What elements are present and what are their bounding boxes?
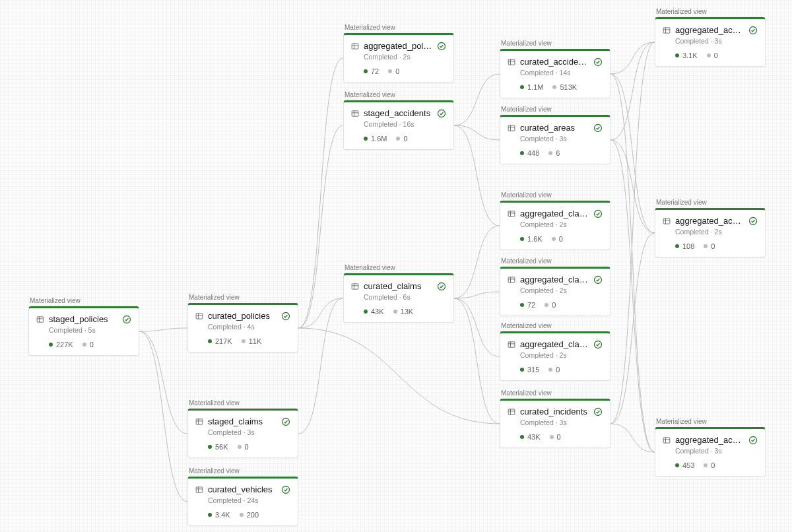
node-staged_policies[interactable]: Materialized viewstaged_policiesComplete…: [28, 297, 139, 356]
node-staged_claims[interactable]: Materialized viewstaged_claimsCompleted …: [187, 399, 298, 458]
edge-curated_accidents-to-agg_accid_2: [610, 74, 655, 233]
edge-staged_accidents-to-curated_areas: [454, 125, 500, 140]
svg-rect-32: [508, 125, 515, 130]
node-card[interactable]: curated_accidentsCompleted · 14s1.1M513K: [500, 49, 610, 98]
node-card[interactable]: aggregated_accid...Completed · 3s3.1K0: [655, 17, 766, 67]
node-card[interactable]: curated_claimsCompleted · 6s43K13K: [343, 273, 454, 323]
svg-rect-56: [663, 218, 670, 223]
node-staged_accidents[interactable]: Materialized viewstaged_accidentsComplet…: [343, 91, 454, 150]
node-card[interactable]: aggregated_claim...Completed · 2s1.6K0: [500, 201, 610, 250]
table-icon: [663, 436, 671, 444]
node-card[interactable]: staged_claimsCompleted · 3s56K0: [187, 409, 298, 458]
svg-rect-60: [663, 437, 670, 442]
svg-rect-28: [508, 59, 515, 64]
node-status: Completed · 5s: [49, 326, 131, 334]
node-agg_accid_3[interactable]: Materialized viewaggregated_accid...Comp…: [655, 418, 766, 477]
edge-curated_policies-to-staged_accidents: [298, 125, 343, 328]
table-icon: [36, 316, 44, 323]
node-type-label: Materialized view: [343, 264, 454, 271]
node-status: Completed · 2s: [520, 351, 603, 359]
node-agg_claim_3[interactable]: Materialized viewaggregated_claim...Comp…: [500, 322, 610, 381]
table-icon: [663, 26, 671, 34]
check-circle-icon: [593, 57, 603, 67]
node-title: staged_policies: [49, 314, 117, 324]
node-metric-primary: 217K: [208, 337, 232, 345]
edge-staged_policies-to-staged_claims: [139, 331, 187, 434]
node-card[interactable]: staged_accidentsCompleted · 16s1.6M0: [343, 100, 454, 150]
svg-rect-20: [352, 110, 358, 116]
node-aggregated_policies[interactable]: Materialized viewaggregated_polici...Com…: [343, 24, 454, 83]
node-card[interactable]: curated_areasCompleted · 3s4486: [500, 115, 610, 164]
node-card[interactable]: aggregated_accid...Completed · 2s1080: [655, 208, 766, 257]
node-curated_areas[interactable]: Materialized viewcurated_areasCompleted …: [500, 106, 610, 164]
check-circle-icon: [281, 312, 290, 321]
check-circle-icon: [593, 209, 603, 218]
node-status: Completed · 6s: [364, 293, 446, 301]
node-card[interactable]: curated_incidentsCompleted · 3s43K0: [500, 399, 610, 448]
node-agg_claim_1[interactable]: Materialized viewaggregated_claim...Comp…: [500, 191, 610, 250]
node-title: aggregated_polici...: [364, 41, 432, 51]
node-agg_accid_1[interactable]: Materialized viewaggregated_accid...Comp…: [655, 8, 766, 67]
node-type-label: Materialized view: [28, 297, 139, 304]
node-agg_accid_2[interactable]: Materialized viewaggregated_accid...Comp…: [655, 199, 766, 257]
svg-rect-44: [508, 341, 515, 347]
check-circle-icon: [593, 123, 603, 133]
svg-rect-40: [508, 277, 515, 282]
edge-staged_accidents-to-curated_accidents: [454, 74, 500, 125]
check-circle-icon: [122, 315, 131, 324]
check-circle-icon: [437, 282, 446, 291]
node-card[interactable]: aggregated_claim...Completed · 2s720: [500, 267, 610, 316]
node-metric-primary: 72: [520, 301, 535, 309]
node-type-label: Materialized view: [500, 322, 610, 329]
edge-curated_incidents-to-agg_accid_1: [610, 42, 655, 424]
node-card[interactable]: aggregated_polici...Completed · 2s720: [343, 33, 454, 83]
node-status: Completed · 14s: [520, 69, 603, 77]
node-status: Completed · 3s: [208, 428, 290, 436]
node-metric-primary: 43K: [364, 308, 384, 316]
node-metric-secondary: 0: [707, 51, 718, 59]
node-title: aggregated_claim...: [520, 339, 589, 349]
table-icon: [195, 486, 203, 494]
node-card[interactable]: aggregated_accid...Completed · 3s4530: [655, 427, 766, 477]
node-metric-primary: 72: [364, 67, 379, 75]
node-metric-secondary: 13K: [393, 308, 414, 316]
node-metric-secondary: 0: [552, 235, 563, 243]
table-icon: [508, 124, 515, 132]
edge-curated_areas-to-agg_accid_3: [610, 140, 655, 452]
node-status: Completed · 4s: [208, 323, 290, 331]
node-card[interactable]: curated_vehiclesCompleted · 24s3.4K200: [187, 477, 298, 526]
edge-staged_policies-to-curated_vehicles: [139, 331, 187, 502]
edge-staged_accidents-to-agg_claim_1: [454, 125, 500, 226]
node-card[interactable]: aggregated_claim...Completed · 2s3150: [500, 331, 610, 381]
node-type-label: Materialized view: [187, 467, 298, 475]
edge-staged_claims-to-curated_claims: [298, 298, 343, 434]
node-curated_vehicles[interactable]: Materialized viewcurated_vehiclesComplet…: [187, 467, 298, 526]
node-title: staged_claims: [208, 416, 277, 426]
edge-curated_accidents-to-agg_accid_1: [610, 42, 655, 74]
node-type-label: Materialized view: [500, 191, 610, 199]
edge-curated_claims-to-agg_claim_2: [454, 292, 500, 298]
check-circle-icon: [437, 109, 446, 118]
node-metric-primary: 3.4K: [208, 511, 230, 519]
node-title: staged_accidents: [364, 108, 432, 118]
node-metric-primary: 1.1M: [520, 83, 543, 91]
check-circle-icon: [281, 417, 290, 426]
node-curated_incidents[interactable]: Materialized viewcurated_incidentsComple…: [500, 389, 610, 448]
node-title: aggregated_accid...: [675, 435, 744, 445]
node-curated_policies[interactable]: Materialized viewcurated_policiesComplet…: [187, 294, 298, 352]
node-curated_accidents[interactable]: Materialized viewcurated_accidentsComple…: [500, 40, 610, 98]
node-status: Completed · 3s: [675, 37, 758, 45]
node-metric-secondary: 0: [544, 301, 556, 309]
edge-curated_policies-to-curated_incidents: [298, 328, 500, 424]
node-metric-secondary: 0: [396, 135, 407, 143]
node-metric-primary: 43K: [520, 433, 541, 441]
node-title: aggregated_claim...: [520, 209, 589, 218]
node-card[interactable]: curated_policiesCompleted · 4s217K11K: [187, 303, 298, 352]
node-metric-secondary: 0: [388, 67, 399, 75]
node-agg_claim_2[interactable]: Materialized viewaggregated_claim...Comp…: [500, 257, 610, 316]
node-type-label: Materialized view: [187, 399, 298, 407]
node-title: curated_incidents: [520, 407, 589, 416]
node-type-label: Materialized view: [655, 418, 766, 425]
node-curated_claims[interactable]: Materialized viewcurated_claimsCompleted…: [343, 264, 454, 323]
node-card[interactable]: staged_policiesCompleted · 5s227K0: [28, 306, 139, 356]
